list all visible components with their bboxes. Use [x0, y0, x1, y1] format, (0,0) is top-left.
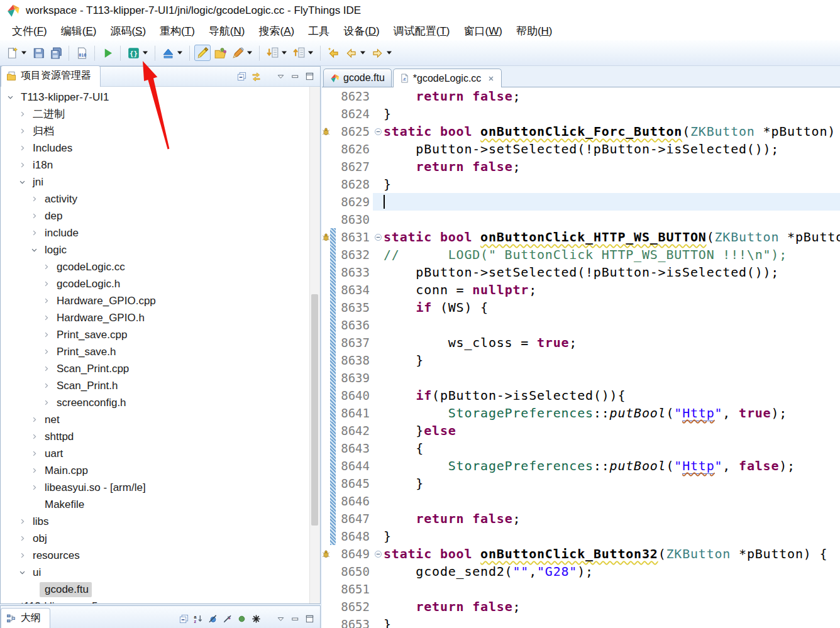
- annotation-gutter[interactable]: [322, 457, 330, 475]
- tree-item[interactable]: .hScan_Print.h: [1, 377, 320, 394]
- chevron-right-icon[interactable]: [28, 466, 40, 476]
- annotation-gutter[interactable]: [322, 351, 330, 369]
- forward-button-dropdown[interactable]: [387, 51, 392, 55]
- code-text[interactable]: gcode_send2("","G28");: [384, 563, 594, 580]
- code-text[interactable]: // LOGD(" ButtonClick HTTP_WS_BUTTON !!!…: [384, 246, 787, 263]
- annotation-gutter[interactable]: [322, 527, 330, 545]
- hide-fields-button[interactable]: [208, 614, 218, 624]
- line-number[interactable]: 8641: [336, 404, 373, 422]
- tree-item[interactable]: hIncludes: [1, 140, 320, 157]
- launch-button[interactable]: [229, 45, 246, 61]
- line-number[interactable]: 8630: [336, 211, 373, 228]
- tree-item[interactable]: libeasyui.so - [arm/le]: [1, 479, 320, 496]
- tree-item[interactable]: 归档: [1, 123, 320, 140]
- line-number[interactable]: 8628: [336, 175, 373, 193]
- code-text[interactable]: return false;: [384, 158, 521, 175]
- last-edit-location-button[interactable]: [325, 45, 341, 61]
- tree-item[interactable]: .hgcodeLogic.h: [1, 275, 320, 292]
- line-number[interactable]: 8639: [336, 369, 373, 387]
- tree-item[interactable]: .hHardware_GPIO.h: [1, 309, 320, 326]
- code-text[interactable]: conn = nullptr;: [384, 281, 537, 299]
- chevron-right-icon[interactable]: [16, 109, 28, 119]
- line-number[interactable]: 8638: [336, 351, 373, 369]
- menu-item-2[interactable]: 源码(S): [103, 23, 153, 40]
- line-number[interactable]: 8653: [336, 615, 373, 628]
- code-text[interactable]: [384, 193, 385, 211]
- annotation-gutter[interactable]: [322, 492, 330, 510]
- fold-collapse-icon[interactable]: [373, 545, 384, 563]
- line-number[interactable]: 8650: [336, 563, 373, 580]
- tree-item[interactable]: include: [1, 224, 320, 241]
- code-text[interactable]: pButton->setSelected(!pButton->isSelecte…: [384, 263, 779, 281]
- link-with-editor-button[interactable]: [251, 72, 261, 81]
- tree-item[interactable]: .c!gcodeLogic.cc: [1, 258, 320, 275]
- menu-item-6[interactable]: 工具: [301, 23, 336, 40]
- chevron-down-icon[interactable]: [16, 568, 28, 578]
- annotation-gutter[interactable]: [322, 334, 330, 351]
- save-all-button[interactable]: [48, 45, 64, 61]
- line-number[interactable]: 8640: [336, 387, 373, 404]
- tree-item[interactable]: .hscreenconfig.h: [1, 394, 320, 411]
- tab-project-explorer[interactable]: 项目资源管理器: [1, 65, 101, 87]
- line-number[interactable]: 8644: [336, 457, 373, 475]
- code-text[interactable]: }else: [384, 422, 456, 439]
- line-number[interactable]: 8649: [336, 545, 373, 563]
- annotation-gutter[interactable]: [322, 563, 330, 580]
- annotation-gutter[interactable]: [322, 316, 330, 334]
- view-menu-button[interactable]: [276, 72, 285, 81]
- hide-non-public-members-button[interactable]: [237, 614, 246, 624]
- code-text[interactable]: return false;: [384, 598, 521, 615]
- bug-marker-icon[interactable]: [322, 123, 330, 140]
- line-number[interactable]: 8631: [336, 228, 373, 246]
- chevron-right-icon[interactable]: [40, 347, 52, 357]
- fold-collapse-icon[interactable]: [373, 228, 384, 246]
- back-button[interactable]: [343, 45, 359, 61]
- line-number[interactable]: 8648: [336, 527, 373, 545]
- tree-item[interactable]: .cPrint_save.cpp: [1, 326, 320, 343]
- chevron-right-icon[interactable]: [16, 517, 28, 527]
- code-text[interactable]: }: [384, 105, 392, 123]
- chevron-right-icon[interactable]: [28, 483, 40, 493]
- code-text[interactable]: StoragePreferences::putBool("Http", true…: [384, 404, 787, 422]
- chevron-right-icon[interactable]: [16, 551, 28, 561]
- menu-item-5[interactable]: 搜索(A): [251, 23, 301, 40]
- tree-item[interactable]: libs: [1, 513, 320, 530]
- annotation-gutter[interactable]: [322, 140, 330, 158]
- tree-item[interactable]: .cHardware_GPIO.cpp: [1, 292, 320, 309]
- annotation-gutter[interactable]: [322, 598, 330, 615]
- tree-item[interactable]: uart: [1, 445, 320, 462]
- line-number[interactable]: 8629: [336, 193, 373, 211]
- tree-item[interactable]: ui: [1, 564, 320, 581]
- line-number[interactable]: 8634: [336, 281, 373, 299]
- code-text[interactable]: if(pButton->isSelected()){: [384, 387, 626, 404]
- mark-occurrences-button[interactable]: [194, 45, 211, 61]
- next-annotation-button[interactable]: [264, 45, 280, 61]
- maximize-button[interactable]: [305, 614, 314, 624]
- tree-item[interactable]: activity: [1, 190, 320, 207]
- hide-inactive-elements-button[interactable]: [251, 614, 261, 624]
- annotation-gutter[interactable]: [322, 299, 330, 316]
- menu-item-10[interactable]: 帮助(H): [509, 23, 560, 40]
- chevron-right-icon[interactable]: [40, 398, 52, 408]
- code-text[interactable]: {: [384, 439, 424, 457]
- project-tree[interactable]: CT113-klipper-7-UI110二进制归档hIncludesi18n!…: [1, 87, 320, 603]
- code-text[interactable]: static bool onButtonClick_HTTP_WS_BUTTON…: [384, 228, 840, 246]
- minimize-button[interactable]: [290, 72, 300, 81]
- code-text[interactable]: }: [384, 351, 424, 369]
- tree-item[interactable]: CT113-klipper-7-UI1: [1, 89, 320, 106]
- tree-item[interactable]: resources: [1, 547, 320, 564]
- tree-item[interactable]: .cScan_Print.cpp: [1, 360, 320, 377]
- chevron-right-icon[interactable]: [28, 415, 40, 425]
- view-menu-button[interactable]: [276, 614, 285, 624]
- tree-scrollbar-thumb[interactable]: [311, 294, 318, 526]
- annotation-gutter[interactable]: [322, 193, 330, 211]
- chevron-right-icon[interactable]: [40, 330, 52, 340]
- annotation-gutter[interactable]: [322, 510, 330, 527]
- run-button[interactable]: [99, 45, 116, 61]
- tree-item[interactable]: !jni: [1, 174, 320, 190]
- tree-item[interactable]: net: [1, 411, 320, 428]
- chevron-right-icon[interactable]: [40, 296, 52, 306]
- line-number[interactable]: 8637: [336, 334, 373, 351]
- tree-item[interactable]: !dep: [1, 207, 320, 224]
- line-number[interactable]: 8636: [336, 316, 373, 334]
